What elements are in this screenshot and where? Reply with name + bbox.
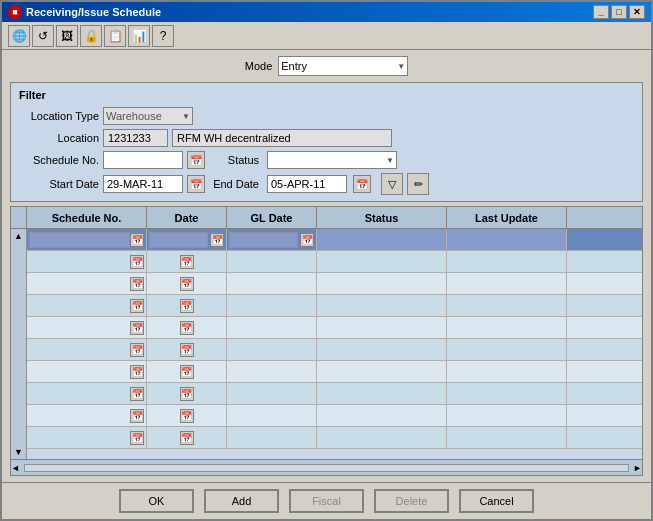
maximize-button[interactable]: □ <box>611 5 627 19</box>
table-row[interactable]: 📅 📅 <box>27 251 642 273</box>
td-date: 📅 <box>147 229 227 250</box>
td-gl-date <box>227 317 317 338</box>
ok-button[interactable]: OK <box>119 489 194 513</box>
td-last-update <box>447 405 567 426</box>
date-cal-btn[interactable]: 📅 <box>180 321 194 335</box>
end-date-input[interactable] <box>267 175 347 193</box>
date-cal-btn[interactable]: 📅 <box>210 233 224 247</box>
mode-select[interactable]: Entry View <box>278 56 408 76</box>
end-date-label: End Date <box>209 178 259 190</box>
status-select-wrap <box>267 151 397 169</box>
date-cell-input[interactable] <box>149 232 208 248</box>
td-date: 📅 <box>147 317 227 338</box>
toolbar-refresh-button[interactable]: ↺ <box>32 25 54 47</box>
location-name: RFM WH decentralized <box>172 129 392 147</box>
gl-date-cell-input[interactable] <box>229 232 298 248</box>
table-row[interactable]: 📅 📅 <box>27 427 642 449</box>
toolbar-help-button[interactable]: ? <box>152 25 174 47</box>
start-date-label: Start Date <box>19 178 99 190</box>
table-row[interactable]: 📅 📅 <box>27 383 642 405</box>
location-type-label: Location Type <box>19 110 99 122</box>
start-date-input[interactable] <box>103 175 183 193</box>
td-gl-date <box>227 427 317 448</box>
td-last-update <box>447 295 567 316</box>
table-row[interactable]: 📅 📅 📅 <box>27 229 642 251</box>
td-date: 📅 <box>147 383 227 404</box>
td-cal-btn[interactable]: 📅 <box>130 233 144 247</box>
location-type-select[interactable]: Warehouse <box>103 107 193 125</box>
gl-date-cal-btn[interactable]: 📅 <box>300 233 314 247</box>
td-schedule-no: 📅 <box>27 273 147 294</box>
td-cal-btn[interactable]: 📅 <box>130 321 144 335</box>
minimize-button[interactable]: _ <box>593 5 609 19</box>
th-scroll-spacer <box>11 207 27 228</box>
td-date: 📅 <box>147 405 227 426</box>
td-cal-btn[interactable]: 📅 <box>130 365 144 379</box>
td-gl-date <box>227 273 317 294</box>
td-cal-btn[interactable]: 📅 <box>130 409 144 423</box>
schedule-no-cell-input[interactable] <box>29 232 130 248</box>
td-gl-date <box>227 339 317 360</box>
table-row[interactable]: 📅 📅 <box>27 295 642 317</box>
table-row[interactable]: 📅 📅 <box>27 273 642 295</box>
td-schedule-no: 📅 <box>27 405 147 426</box>
date-cal-btn[interactable]: 📅 <box>180 277 194 291</box>
title-controls: _ □ ✕ <box>593 5 645 19</box>
table-row[interactable]: 📅 📅 <box>27 339 642 361</box>
date-cal-btn[interactable]: 📅 <box>180 343 194 357</box>
scroll-bottom[interactable]: ◄ ► <box>11 459 642 475</box>
schedule-no-cal-button[interactable]: 📅 <box>187 151 205 169</box>
td-last-update <box>447 229 567 250</box>
close-button[interactable]: ✕ <box>629 5 645 19</box>
filter-button[interactable]: ▽ <box>381 173 403 195</box>
date-cal-btn[interactable]: 📅 <box>180 255 194 269</box>
td-status <box>317 339 447 360</box>
td-cal-btn[interactable]: 📅 <box>130 255 144 269</box>
td-cal-btn[interactable]: 📅 <box>130 431 144 445</box>
table-row[interactable]: 📅 📅 <box>27 405 642 427</box>
mode-row: Mode Entry View <box>10 56 643 76</box>
toolbar-clipboard-button[interactable]: 📋 <box>104 25 126 47</box>
th-schedule-no: Schedule No. <box>27 207 147 228</box>
toolbar-image-button[interactable]: 🖼 <box>56 25 78 47</box>
end-date-cal-button[interactable]: 📅 <box>353 175 371 193</box>
date-cal-btn[interactable]: 📅 <box>180 299 194 313</box>
td-cal-btn[interactable]: 📅 <box>130 343 144 357</box>
td-date: 📅 <box>147 295 227 316</box>
schedule-no-input[interactable] <box>103 151 183 169</box>
location-type-select-wrap: Warehouse <box>103 107 193 125</box>
td-status <box>317 273 447 294</box>
date-cal-btn[interactable]: 📅 <box>180 431 194 445</box>
td-schedule-no: 📅 <box>27 251 147 272</box>
td-cal-btn[interactable]: 📅 <box>130 387 144 401</box>
date-cal-btn[interactable]: 📅 <box>180 387 194 401</box>
delete-button[interactable]: Delete <box>374 489 449 513</box>
location-id: 1231233 <box>103 129 168 147</box>
toolbar-globe-button[interactable]: 🌐 <box>8 25 30 47</box>
toolbar: 🌐 ↺ 🖼 🔒 📋 📊 ? <box>2 22 651 50</box>
th-date: Date <box>147 207 227 228</box>
cancel-button[interactable]: Cancel <box>459 489 534 513</box>
td-cal-btn[interactable]: 📅 <box>130 277 144 291</box>
td-cal-btn[interactable]: 📅 <box>130 299 144 313</box>
td-status <box>317 405 447 426</box>
date-cal-btn[interactable]: 📅 <box>180 409 194 423</box>
date-cal-btn[interactable]: 📅 <box>180 365 194 379</box>
schedule-status-row: Schedule No. 📅 Status <box>19 151 634 169</box>
start-date-cal-button[interactable]: 📅 <box>187 175 205 193</box>
toolbar-lock-button[interactable]: 🔒 <box>80 25 102 47</box>
toolbar-chart-button[interactable]: 📊 <box>128 25 150 47</box>
td-gl-date: 📅 <box>227 229 317 250</box>
table-row[interactable]: 📅 📅 <box>27 317 642 339</box>
fiscal-button[interactable]: Fiscal <box>289 489 364 513</box>
scroll-down-arrow[interactable]: ▼ <box>14 447 23 457</box>
edit-filter-button[interactable]: ✏ <box>407 173 429 195</box>
table-row[interactable]: 📅 📅 <box>27 361 642 383</box>
scroll-left[interactable]: ▲ ▼ <box>11 229 27 459</box>
status-select[interactable] <box>267 151 397 169</box>
td-schedule-no: 📅 <box>27 339 147 360</box>
add-button[interactable]: Add <box>204 489 279 513</box>
rows-area: 📅 📅 📅 <box>27 229 642 459</box>
scroll-up-arrow[interactable]: ▲ <box>14 231 23 241</box>
table-body: ▲ ▼ 📅 📅 <box>11 229 642 459</box>
